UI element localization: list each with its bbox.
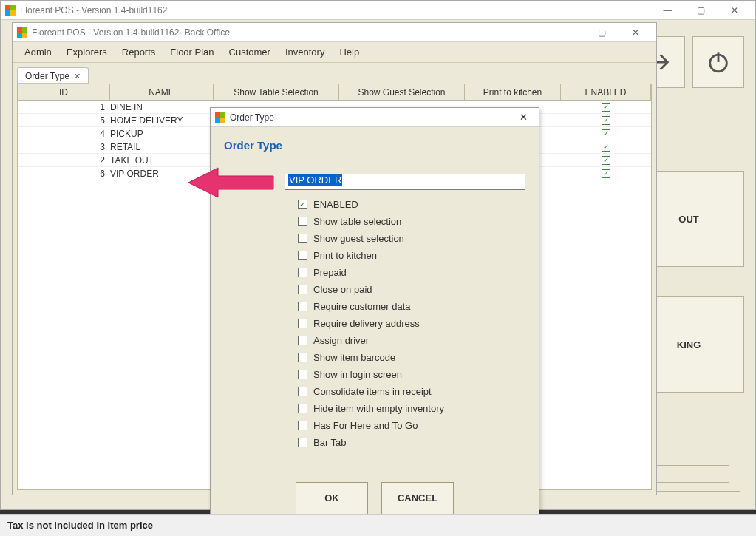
tab-label: Order Type	[25, 71, 69, 81]
minimize-button[interactable]: —	[651, 1, 684, 19]
option-item_barcode: Show item barcode	[224, 349, 525, 366]
cell-id: 3	[18, 140, 110, 153]
cell-name: DINE IN	[110, 101, 214, 113]
status-bar: Tax is not included in item price	[0, 514, 756, 536]
option-label: Require delivery address	[313, 318, 420, 329]
cell-id: 6	[18, 167, 110, 180]
option-login_screen: Show in login screen	[224, 366, 525, 383]
col-show-table[interactable]: Show Table Selection	[214, 84, 339, 100]
option-label: ENABLED	[313, 199, 358, 210]
name-label: Name:	[224, 177, 285, 188]
checkbox-here_togo[interactable]	[298, 421, 307, 430]
checkbox-print_kitchen[interactable]	[298, 251, 307, 260]
dialog-close-button[interactable]: ✕	[512, 112, 534, 123]
option-req_delivery: Require delivery address	[224, 315, 525, 332]
checkbox-req_delivery[interactable]	[298, 319, 307, 328]
option-req_customer: Require customer data	[224, 298, 525, 315]
dialog-title: Order Type	[230, 112, 274, 123]
menu-reports[interactable]: Reports	[115, 44, 163, 61]
dialog-titlebar[interactable]: Order Type ✕	[211, 108, 539, 127]
power-icon	[706, 50, 731, 75]
option-consolidate: Consolidate items in receipt	[224, 383, 525, 400]
cell-name: HOME DELIVERY	[110, 114, 214, 126]
cell-enabled: ✓	[561, 114, 651, 126]
option-label: Show table selection	[313, 216, 401, 227]
option-label: Show item barcode	[313, 352, 395, 363]
main-window-title: Floreant POS - Version 1.4-build1162	[20, 5, 167, 16]
close-button[interactable]: ✕	[718, 1, 751, 19]
option-label: Close on paid	[313, 284, 372, 295]
cell-enabled: ✓	[561, 127, 651, 140]
cell-enabled: ✓	[561, 167, 651, 180]
maximize-button[interactable]: ▢	[684, 1, 718, 19]
cell-id: 1	[18, 101, 110, 113]
col-print-kitchen[interactable]: Print to kitchen	[465, 84, 561, 100]
option-close_paid: Close on paid	[224, 281, 525, 298]
menu-inventory[interactable]: Inventory	[278, 44, 332, 61]
col-name[interactable]: NAME	[110, 84, 214, 100]
status-text: Tax is not included in item price	[7, 520, 153, 531]
cell-name: RETAIL	[110, 140, 214, 153]
cell-enabled: ✓	[561, 140, 651, 153]
cancel-button[interactable]: CANCEL	[381, 482, 454, 515]
option-label: Print to kitchen	[313, 250, 377, 261]
col-enabled[interactable]: ENABLED	[561, 84, 651, 100]
app-icon	[215, 112, 225, 123]
col-id[interactable]: ID	[18, 84, 110, 100]
menu-floorplan[interactable]: Floor Plan	[163, 44, 221, 61]
option-show_table: Show table selection	[224, 213, 525, 230]
checkbox-prepaid[interactable]	[298, 268, 307, 277]
cell-name: VIP ORDER	[110, 167, 214, 180]
check-icon: ✓	[602, 169, 610, 178]
cell-id: 5	[18, 114, 110, 126]
cell-name: TAKE OUT	[110, 154, 214, 166]
checkbox-close_paid[interactable]	[298, 285, 307, 294]
checkbox-bar_tab[interactable]	[298, 438, 307, 447]
grid-header: ID NAME Show Table Selection Show Guest …	[18, 84, 651, 101]
option-enabled: ✓ENABLED	[224, 196, 525, 213]
checkbox-item_barcode[interactable]	[298, 353, 307, 362]
option-label: Prepaid	[313, 267, 347, 278]
tab-close-icon[interactable]: ✕	[74, 72, 81, 81]
checkbox-assign_driver[interactable]	[298, 336, 307, 345]
menu-admin[interactable]: Admin	[17, 44, 59, 61]
option-label: Assign driver	[313, 335, 369, 346]
check-icon: ✓	[602, 156, 610, 165]
check-icon: ✓	[602, 103, 610, 112]
checkbox-show_guest[interactable]	[298, 234, 307, 243]
option-label: Hide item with empty inventory	[313, 403, 444, 414]
name-input[interactable]: VIP ORDER	[285, 174, 525, 190]
bo-minimize-button[interactable]: —	[552, 24, 585, 41]
check-icon: ✓	[602, 143, 610, 152]
checkbox-enabled[interactable]: ✓	[298, 200, 307, 209]
power-button[interactable]	[692, 36, 744, 88]
checkbox-login_screen[interactable]	[298, 370, 307, 379]
check-icon: ✓	[602, 129, 610, 138]
checkbox-show_table[interactable]	[298, 217, 307, 226]
back-office-title: Floreant POS - Version 1.4-build1162- Ba…	[32, 27, 230, 38]
option-label: Require customer data	[313, 301, 411, 312]
menu-explorers[interactable]: Explorers	[59, 44, 115, 61]
cell-name: PICKUP	[110, 127, 214, 140]
checkbox-req_customer[interactable]	[298, 302, 307, 311]
checkbox-consolidate[interactable]	[298, 387, 307, 396]
check-icon: ✓	[602, 116, 610, 125]
col-show-guest[interactable]: Show Guest Selection	[339, 84, 465, 100]
option-prepaid: Prepaid	[224, 264, 525, 281]
back-office-titlebar[interactable]: Floreant POS - Version 1.4-build1162- Ba…	[13, 23, 656, 42]
bo-maximize-button[interactable]: ▢	[585, 24, 619, 41]
checkbox-hide_empty[interactable]	[298, 404, 307, 413]
menu-help[interactable]: Help	[332, 44, 367, 61]
option-bar_tab: Bar Tab	[224, 434, 525, 451]
option-print_kitchen: Print to kitchen	[224, 247, 525, 264]
cell-id: 2	[18, 154, 110, 166]
menu-customer[interactable]: Customer	[222, 44, 278, 61]
ok-button[interactable]: OK	[296, 482, 368, 515]
option-label: Show guest selection	[313, 233, 404, 244]
option-label: Show in login screen	[313, 369, 402, 380]
bo-close-button[interactable]: ✕	[619, 24, 652, 41]
dialog-heading: Order Type	[224, 139, 525, 152]
tab-order-type[interactable]: Order Type ✕	[17, 67, 89, 84]
main-window-titlebar[interactable]: Floreant POS - Version 1.4-build1162 — ▢…	[1, 1, 755, 20]
menu-bar: Admin Explorers Reports Floor Plan Custo…	[13, 42, 656, 63]
